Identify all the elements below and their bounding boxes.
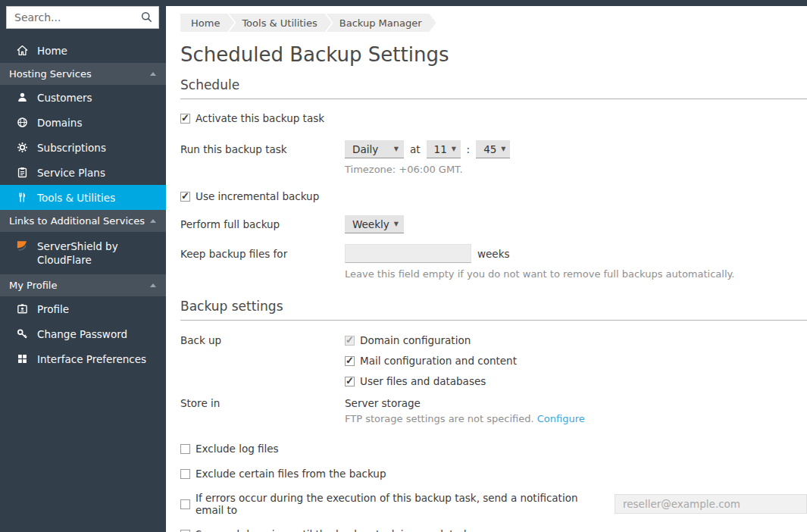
tools-icon	[16, 191, 29, 204]
sidebar-item-label: ServerShield by CloudFlare	[37, 239, 142, 267]
sidebar-item-service-plans[interactable]: Service Plans	[0, 160, 166, 185]
breadcrumb-tools-utilities[interactable]: Tools & Utilities	[229, 14, 331, 32]
domain-configuration-checkbox	[345, 336, 355, 346]
sidebar-item-label: Service Plans	[37, 167, 105, 179]
store-in-label: Store in	[180, 397, 345, 409]
exclude-log-row: Exclude log files	[180, 443, 807, 455]
suspend-domains-label: Suspend domains until the backup task is…	[195, 528, 466, 532]
breadcrumb-home[interactable]: Home	[180, 14, 234, 32]
sidebar-section-label: Links to Additional Services	[9, 215, 145, 227]
sidebar-section-additional-services[interactable]: Links to Additional Services	[0, 210, 166, 232]
notify-errors-checkbox[interactable]	[180, 499, 190, 509]
sidebar-item-label: Customers	[37, 92, 92, 104]
suspend-domains-checkbox[interactable]	[180, 530, 190, 532]
backup-option-row: Mail configuration and content	[345, 355, 517, 367]
sidebar-item-change-password[interactable]: Change Password	[0, 321, 166, 346]
domains-icon	[16, 116, 29, 129]
incremental-backup-checkbox[interactable]	[180, 192, 190, 202]
minute-select[interactable]: 45 ▼	[476, 140, 510, 158]
configure-link[interactable]: Configure	[537, 413, 585, 424]
sidebar-section-my-profile[interactable]: My Profile	[0, 274, 166, 296]
mail-configuration-label: Mail configuration and content	[360, 355, 517, 367]
exclude-log-checkbox[interactable]	[180, 444, 190, 454]
breadcrumb-backup-manager: Backup Manager	[327, 14, 436, 32]
sidebar-item-domains[interactable]: Domains	[0, 110, 166, 135]
keep-files-note: Leave this field empty if you do not wan…	[345, 268, 807, 280]
key-icon	[16, 327, 29, 340]
search-icon[interactable]	[140, 11, 154, 24]
keep-weeks-input[interactable]	[345, 244, 471, 263]
hour-select-value: 11	[434, 143, 447, 155]
sidebar-item-subscriptions[interactable]: Subscriptions	[0, 135, 166, 160]
run-task-label: Run this backup task	[180, 143, 345, 155]
schedule-section-heading: Schedule	[180, 77, 807, 99]
sidebar-item-label: Profile	[37, 303, 69, 315]
activate-task-checkbox[interactable]	[180, 114, 190, 124]
gear-icon	[16, 141, 29, 154]
sidebar-item-interface-preferences[interactable]: Interface Preferences	[0, 346, 166, 371]
sidebar-item-customers[interactable]: Customers	[0, 85, 166, 110]
exclude-files-checkbox[interactable]	[180, 469, 190, 479]
collapse-caret-icon	[150, 219, 156, 223]
incremental-row: Use incremental backup	[180, 190, 807, 202]
sidebar-section-label: Hosting Services	[9, 68, 92, 80]
collapse-caret-icon	[150, 72, 156, 76]
sidebar-item-label: Tools & Utilities	[37, 192, 115, 204]
period-select-value: Daily	[352, 143, 378, 155]
store-in-value: Server storage	[345, 397, 585, 409]
backup-content-row: Back up Domain configuration Mail config…	[180, 334, 807, 387]
sidebar-item-label: Subscriptions	[37, 142, 106, 154]
keep-files-row: Keep backup files for weeks	[180, 244, 807, 263]
user-files-label: User files and databases	[360, 375, 486, 387]
exclude-files-row: Exclude certain files from the backup	[180, 468, 807, 480]
notify-row: If errors occur during the execution of …	[180, 492, 807, 516]
backup-options: Domain configuration Mail configuration …	[345, 334, 517, 387]
chevron-down-icon: ▼	[501, 146, 505, 152]
ftp-note-line: FTP storage settings are not specified. …	[345, 413, 585, 424]
notify-errors-label: If errors occur during the execution of …	[195, 492, 608, 516]
full-backup-row: Perform full backup Weekly ▼	[180, 215, 807, 233]
content: Home Tools & Utilities Backup Manager Sc…	[166, 6, 807, 532]
backup-option-row: User files and databases	[345, 375, 517, 387]
sidebar-section-label: My Profile	[9, 280, 57, 291]
badge-icon	[16, 302, 29, 315]
chevron-down-icon: ▼	[394, 146, 399, 152]
sidebar-item-profile[interactable]: Profile	[0, 296, 166, 321]
keep-files-unit: weeks	[477, 248, 510, 260]
exclude-files-label: Exclude certain files from the backup	[195, 468, 386, 480]
sidebar-item-tools-utilities[interactable]: Tools & Utilities	[0, 185, 166, 210]
mail-configuration-checkbox[interactable]	[345, 356, 355, 366]
period-select[interactable]: Daily ▼	[345, 140, 404, 158]
notification-email-input[interactable]	[615, 494, 807, 514]
exclude-log-label: Exclude log files	[195, 443, 279, 455]
chevron-down-icon: ▼	[394, 221, 399, 227]
app-window: Home Hosting Services Customers	[0, 0, 807, 532]
sidebar-item-label: Home	[37, 45, 67, 57]
top-bar	[166, 0, 807, 6]
back-up-label: Back up	[180, 334, 345, 346]
at-label: at	[410, 143, 421, 155]
full-backup-label: Perform full backup	[180, 218, 345, 230]
activate-task-row: Activate this backup task	[180, 112, 807, 124]
home-icon	[16, 44, 29, 57]
main-area: Home Tools & Utilities Backup Manager Sc…	[166, 0, 807, 532]
sidebar-item-home[interactable]: Home	[0, 38, 166, 63]
suspend-row: Suspend domains until the backup task is…	[180, 528, 807, 532]
domain-configuration-label: Domain configuration	[360, 334, 471, 346]
breadcrumb: Home Tools & Utilities Backup Manager	[180, 14, 807, 32]
servershield-cloudflare-icon	[16, 239, 29, 252]
hour-select[interactable]: 11 ▼	[427, 140, 461, 158]
sidebar-item-label: Interface Preferences	[37, 353, 146, 365]
store-in-block: Server storage FTP storage settings are …	[345, 397, 585, 424]
user-files-checkbox[interactable]	[345, 377, 355, 386]
full-backup-select-value: Weekly	[352, 218, 389, 230]
sidebar-section-hosting-services[interactable]: Hosting Services	[0, 63, 166, 85]
colon-separator: :	[467, 143, 471, 155]
full-backup-period-select[interactable]: Weekly ▼	[345, 215, 404, 233]
run-task-row: Run this backup task Daily ▼ at 11 ▼ : 4…	[180, 140, 807, 158]
search-input[interactable]	[6, 6, 159, 29]
sidebar: Home Hosting Services Customers	[0, 0, 166, 532]
sidebar-search	[6, 6, 159, 29]
clipboard-icon	[16, 166, 29, 179]
sidebar-item-servershield[interactable]: ServerShield by CloudFlare	[0, 232, 166, 274]
